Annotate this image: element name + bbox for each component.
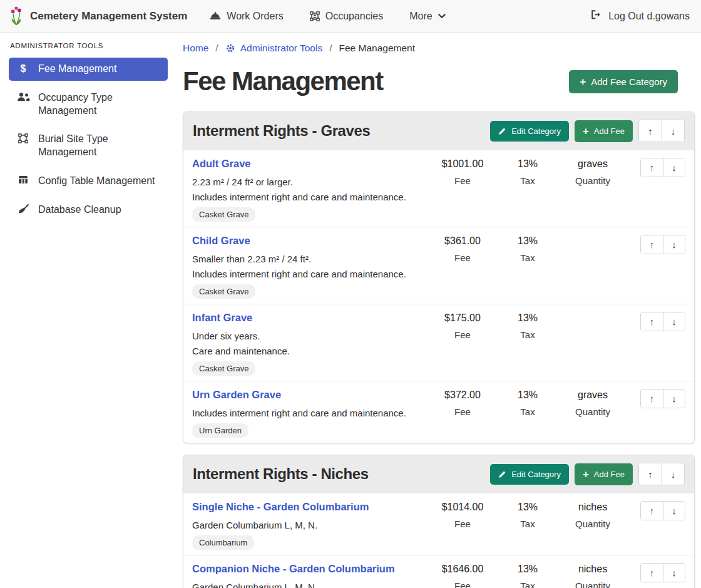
category-actions: Edit Category + Add Fee ↑ ↓ xyxy=(490,120,685,142)
quantity-cell: niches Quantity xyxy=(560,562,625,588)
tax-label: Tax xyxy=(495,406,560,417)
sidebar-item-fee-management[interactable]: $ Fee Management xyxy=(9,58,168,81)
sidebar-item-label: Database Cleanup xyxy=(38,204,121,217)
breadcrumb-home-link[interactable]: Home xyxy=(183,43,208,54)
move-fee-down-button[interactable]: ↓ xyxy=(663,564,685,582)
pencil-icon xyxy=(498,470,506,478)
tax-label: Tax xyxy=(495,252,560,263)
fee-info: Companion Niche - Garden Columbarium Gar… xyxy=(192,562,430,588)
page-title: Fee Management xyxy=(183,66,383,96)
nav-occupancies[interactable]: Occupancies xyxy=(310,11,384,22)
move-fee-up-button[interactable]: ↑ xyxy=(641,564,663,582)
move-category-up-button[interactable]: ↑ xyxy=(639,463,662,485)
sidebar-item-database-cleanup[interactable]: Database Cleanup xyxy=(9,199,168,222)
move-fee-down-button[interactable]: ↓ xyxy=(663,235,685,254)
sidebar-item-config-table-management[interactable]: Config Table Management xyxy=(9,170,168,193)
move-fee-up-button[interactable]: ↑ xyxy=(641,312,663,331)
fee-name-link[interactable]: Urn Garden Grave xyxy=(192,389,281,401)
category-reorder-group: ↑ ↓ xyxy=(638,120,685,142)
move-fee-up-button[interactable]: ↑ xyxy=(641,502,663,520)
fee-rows: Single Niche - Garden Columbarium Garden… xyxy=(183,493,694,588)
fee-type-badge: Casket Grave xyxy=(192,361,255,376)
down-arrow-icon: ↓ xyxy=(672,505,677,516)
fee-category-card: Interment Rights - Niches Edit Category … xyxy=(183,455,695,588)
nav-work-orders[interactable]: Work Orders xyxy=(210,11,283,22)
move-fee-down-button[interactable]: ↓ xyxy=(663,389,685,408)
sidebar-item-burial-site-type-management[interactable]: Burial Site Type Management xyxy=(9,128,168,164)
add-fee-button[interactable]: + Add Fee xyxy=(575,463,633,485)
fee-label: Fee xyxy=(430,580,495,588)
fee-reorder-group: ↑ ↓ xyxy=(640,158,685,177)
up-arrow-icon: ↑ xyxy=(648,126,653,137)
sidebar-item-occupancy-type-management[interactable]: Occupancy Type Management xyxy=(9,86,168,123)
add-fee-button[interactable]: + Add Fee xyxy=(575,120,633,142)
fee-amount-cell: $1014.00 Fee xyxy=(430,500,495,529)
fee-descriptions: Under six years.Care and maintenance. xyxy=(192,331,426,357)
hard-hat-icon xyxy=(210,12,221,21)
fee-amount-value: $1014.00 xyxy=(430,502,495,513)
quantity-cell: graves Quantity xyxy=(560,388,625,417)
fee-badges: Columbarium xyxy=(192,535,426,550)
nav-more-label: More xyxy=(409,11,432,22)
fee-description: Includes interment right and care and ma… xyxy=(192,192,426,203)
fee-descriptions: Smaller than 2.23 m² / 24 ft².Includes i… xyxy=(192,254,426,280)
logout-label: Log Out d.gowans xyxy=(608,11,690,22)
edit-category-button[interactable]: Edit Category xyxy=(490,464,569,485)
fee-descriptions: Garden Columbarium L, M, N. xyxy=(192,520,426,531)
fee-name-link[interactable]: Infant Grave xyxy=(192,312,252,324)
fee-row: Urn Garden Grave Includes interment righ… xyxy=(183,381,694,443)
add-fee-label: Add Fee xyxy=(594,126,625,136)
nav-more[interactable]: More xyxy=(409,11,445,22)
tax-label: Tax xyxy=(495,175,560,186)
fee-amount-cell: $1646.00 Fee xyxy=(430,562,495,588)
move-fee-down-button[interactable]: ↓ xyxy=(663,312,685,331)
fee-reorder-group: ↑ ↓ xyxy=(640,312,685,331)
up-arrow-icon: ↑ xyxy=(650,162,655,173)
tax-label: Tax xyxy=(495,580,560,588)
fee-rows: Adult Grave 2.23 m² / 24 ft² or larger.I… xyxy=(183,150,694,443)
fee-amount-value: $175.00 xyxy=(430,312,495,324)
dollar-icon: $ xyxy=(16,63,30,75)
category-header: Interment Rights - Graves Edit Category … xyxy=(183,112,694,150)
fee-name-link[interactable]: Adult Grave xyxy=(192,158,251,170)
fee-name-link[interactable]: Single Niche - Garden Columbarium xyxy=(192,501,369,513)
move-fee-down-button[interactable]: ↓ xyxy=(663,502,685,520)
move-fee-up-button[interactable]: ↑ xyxy=(641,158,663,177)
quantity-cell: niches Quantity xyxy=(560,500,625,529)
app-brand[interactable]: Cemetery Management System xyxy=(9,6,187,26)
quantity-label: Quantity xyxy=(560,580,625,588)
move-category-down-button[interactable]: ↓ xyxy=(662,120,684,142)
fee-description: Smaller than 2.23 m² / 24 ft². xyxy=(192,254,426,265)
fee-info: Child Grave Smaller than 2.23 m² / 24 ft… xyxy=(192,234,430,299)
fee-type-badge: Casket Grave xyxy=(192,207,255,222)
add-fee-category-button[interactable]: + Add Fee Category xyxy=(569,70,678,93)
edit-category-button[interactable]: Edit Category xyxy=(490,121,569,142)
tax-cell: 13% Tax xyxy=(495,157,560,186)
users-icon xyxy=(16,91,30,101)
fee-descriptions: Includes interment right and care and ma… xyxy=(192,408,426,419)
move-fee-down-button[interactable]: ↓ xyxy=(663,158,685,177)
up-arrow-icon: ↑ xyxy=(650,505,655,516)
admin-sidebar: ADMINISTRATOR TOOLS $ Fee Management Occ… xyxy=(0,33,175,588)
edit-category-label: Edit Category xyxy=(511,470,561,479)
fee-row: Child Grave Smaller than 2.23 m² / 24 ft… xyxy=(183,227,694,304)
move-fee-up-button[interactable]: ↑ xyxy=(641,235,663,254)
down-arrow-icon: ↓ xyxy=(672,162,677,173)
fee-info: Adult Grave 2.23 m² / 24 ft² or larger.I… xyxy=(192,157,430,222)
move-fee-up-button[interactable]: ↑ xyxy=(641,389,663,408)
fee-row: Adult Grave 2.23 m² / 24 ft² or larger.I… xyxy=(183,150,694,227)
down-arrow-icon: ↓ xyxy=(672,393,677,404)
fee-name-link[interactable]: Companion Niche - Garden Columbarium xyxy=(192,563,395,575)
fee-name-link[interactable]: Child Grave xyxy=(192,235,250,247)
fee-description: 2.23 m² / 24 ft² or larger. xyxy=(192,177,426,188)
tax-cell: 13% Tax xyxy=(495,500,560,529)
move-category-down-button[interactable]: ↓ xyxy=(662,463,684,485)
fee-category-card: Interment Rights - Graves Edit Category … xyxy=(183,111,695,443)
category-actions: Edit Category + Add Fee ↑ ↓ xyxy=(490,463,685,485)
breadcrumb-separator: / xyxy=(329,43,332,54)
fee-type-badge: Casket Grave xyxy=(192,284,255,299)
move-category-up-button[interactable]: ↑ xyxy=(639,120,662,142)
fee-descriptions: 2.23 m² / 24 ft² or larger.Includes inte… xyxy=(192,177,426,203)
logout-button[interactable]: Log Out d.gowans xyxy=(591,10,690,22)
breadcrumb-admin-tools-link[interactable]: Administrator Tools xyxy=(225,43,323,54)
